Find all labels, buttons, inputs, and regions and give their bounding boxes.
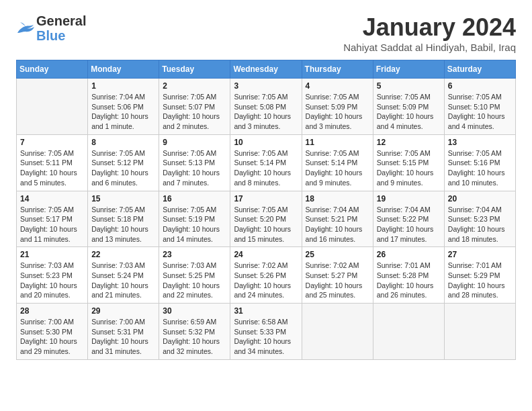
title-area: January 2024 Nahiyat Saddat al Hindiyah,…	[343, 13, 516, 53]
day-info: Sunrise: 7:01 AMSunset: 5:28 PMDaylight:…	[377, 261, 441, 300]
day-number: 21	[20, 250, 84, 259]
day-info: Sunrise: 7:02 AMSunset: 5:27 PMDaylight:…	[306, 261, 369, 300]
calendar-cell	[444, 304, 515, 360]
header-row: SundayMondayTuesdayWednesdayThursdayFrid…	[17, 60, 516, 79]
calendar-cell: 24Sunrise: 7:02 AMSunset: 5:26 PMDayligh…	[230, 247, 302, 304]
day-number: 14	[20, 194, 84, 203]
day-number: 28	[20, 306, 84, 316]
day-number: 3	[234, 81, 298, 91]
day-number: 25	[306, 250, 369, 259]
logo-bird-icon	[16, 21, 35, 36]
logo: General Blue	[16, 13, 86, 43]
day-info: Sunrise: 6:59 AMSunset: 5:32 PMDaylight:…	[163, 317, 226, 357]
calendar-cell: 16Sunrise: 7:05 AMSunset: 5:19 PMDayligh…	[159, 191, 230, 247]
day-number: 19	[377, 194, 441, 203]
day-number: 6	[448, 81, 512, 91]
calendar-cell: 20Sunrise: 7:04 AMSunset: 5:23 PMDayligh…	[444, 191, 515, 247]
day-number: 17	[234, 194, 298, 203]
calendar-cell	[17, 79, 88, 135]
day-info: Sunrise: 7:04 AMSunset: 5:23 PMDaylight:…	[448, 205, 512, 244]
day-info: Sunrise: 7:03 AMSunset: 5:25 PMDaylight:…	[163, 261, 226, 300]
day-number: 30	[163, 306, 226, 316]
day-number: 10	[234, 138, 298, 147]
calendar-cell: 30Sunrise: 6:59 AMSunset: 5:32 PMDayligh…	[159, 304, 230, 360]
page-container: General Blue January 2024 Nahiyat Saddat…	[16, 13, 516, 360]
day-number: 8	[91, 138, 155, 147]
day-info: Sunrise: 7:04 AMSunset: 5:06 PMDaylight:…	[91, 92, 155, 132]
calendar-cell: 10Sunrise: 7:05 AMSunset: 5:14 PMDayligh…	[230, 134, 302, 191]
day-info: Sunrise: 7:05 AMSunset: 5:12 PMDaylight:…	[91, 148, 155, 188]
day-number: 7	[20, 138, 84, 147]
day-number: 13	[448, 138, 512, 147]
day-number: 5	[377, 81, 441, 91]
day-info: Sunrise: 7:05 AMSunset: 5:07 PMDaylight:…	[163, 92, 226, 132]
day-info: Sunrise: 6:58 AMSunset: 5:33 PMDaylight:…	[234, 317, 298, 357]
calendar-cell: 18Sunrise: 7:04 AMSunset: 5:21 PMDayligh…	[302, 191, 373, 247]
day-number: 4	[306, 81, 369, 91]
day-info: Sunrise: 7:05 AMSunset: 5:10 PMDaylight:…	[448, 92, 512, 132]
day-info: Sunrise: 7:03 AMSunset: 5:24 PMDaylight:…	[91, 261, 155, 300]
header: General Blue January 2024 Nahiyat Saddat…	[16, 13, 516, 53]
calendar-cell: 2Sunrise: 7:05 AMSunset: 5:07 PMDaylight…	[159, 79, 230, 135]
day-info: Sunrise: 7:04 AMSunset: 5:22 PMDaylight:…	[377, 205, 441, 244]
day-info: Sunrise: 7:05 AMSunset: 5:15 PMDaylight:…	[377, 148, 441, 188]
day-number: 2	[163, 81, 226, 91]
calendar-cell: 19Sunrise: 7:04 AMSunset: 5:22 PMDayligh…	[373, 191, 444, 247]
calendar-cell: 22Sunrise: 7:03 AMSunset: 5:24 PMDayligh…	[88, 247, 159, 304]
day-info: Sunrise: 7:05 AMSunset: 5:14 PMDaylight:…	[306, 148, 369, 188]
header-tuesday: Tuesday	[159, 60, 230, 79]
calendar-cell: 12Sunrise: 7:05 AMSunset: 5:15 PMDayligh…	[373, 134, 444, 191]
calendar-cell: 1Sunrise: 7:04 AMSunset: 5:06 PMDaylight…	[88, 79, 159, 135]
week-row-1: 1Sunrise: 7:04 AMSunset: 5:06 PMDaylight…	[17, 79, 516, 135]
day-info: Sunrise: 7:03 AMSunset: 5:23 PMDaylight:…	[20, 261, 84, 300]
calendar-cell: 23Sunrise: 7:03 AMSunset: 5:25 PMDayligh…	[159, 247, 230, 304]
day-number: 22	[91, 250, 155, 259]
calendar-cell: 3Sunrise: 7:05 AMSunset: 5:08 PMDaylight…	[230, 79, 302, 135]
day-info: Sunrise: 7:05 AMSunset: 5:16 PMDaylight:…	[448, 148, 512, 188]
calendar-cell	[373, 304, 444, 360]
day-info: Sunrise: 7:05 AMSunset: 5:08 PMDaylight:…	[234, 92, 298, 132]
header-friday: Friday	[373, 60, 444, 79]
day-number: 26	[377, 250, 441, 259]
day-number: 23	[163, 250, 226, 259]
day-info: Sunrise: 7:01 AMSunset: 5:29 PMDaylight:…	[448, 261, 512, 300]
week-row-2: 7Sunrise: 7:05 AMSunset: 5:11 PMDaylight…	[17, 134, 516, 191]
calendar-cell: 14Sunrise: 7:05 AMSunset: 5:17 PMDayligh…	[17, 191, 88, 247]
calendar-cell: 28Sunrise: 7:00 AMSunset: 5:30 PMDayligh…	[17, 304, 88, 360]
calendar-cell: 4Sunrise: 7:05 AMSunset: 5:09 PMDaylight…	[302, 79, 373, 135]
day-number: 27	[448, 250, 512, 259]
calendar-cell: 11Sunrise: 7:05 AMSunset: 5:14 PMDayligh…	[302, 134, 373, 191]
day-number: 18	[306, 194, 369, 203]
week-row-4: 21Sunrise: 7:03 AMSunset: 5:23 PMDayligh…	[17, 247, 516, 304]
day-info: Sunrise: 7:04 AMSunset: 5:21 PMDaylight:…	[306, 205, 369, 244]
week-row-3: 14Sunrise: 7:05 AMSunset: 5:17 PMDayligh…	[17, 191, 516, 247]
calendar-header: SundayMondayTuesdayWednesdayThursdayFrid…	[17, 60, 516, 79]
header-wednesday: Wednesday	[230, 60, 302, 79]
calendar-body: 1Sunrise: 7:04 AMSunset: 5:06 PMDaylight…	[17, 79, 516, 360]
logo-blue: Blue	[36, 28, 65, 43]
day-info: Sunrise: 7:05 AMSunset: 5:18 PMDaylight:…	[91, 205, 155, 244]
logo-general: General	[36, 13, 86, 28]
header-thursday: Thursday	[302, 60, 373, 79]
day-number: 20	[448, 194, 512, 203]
calendar-subtitle: Nahiyat Saddat al Hindiyah, Babil, Iraq	[343, 42, 516, 53]
day-number: 9	[163, 138, 226, 147]
calendar-cell: 31Sunrise: 6:58 AMSunset: 5:33 PMDayligh…	[230, 304, 302, 360]
day-info: Sunrise: 7:02 AMSunset: 5:26 PMDaylight:…	[234, 261, 298, 300]
calendar-cell: 13Sunrise: 7:05 AMSunset: 5:16 PMDayligh…	[444, 134, 515, 191]
calendar-cell: 6Sunrise: 7:05 AMSunset: 5:10 PMDaylight…	[444, 79, 515, 135]
day-info: Sunrise: 7:05 AMSunset: 5:19 PMDaylight:…	[163, 205, 226, 244]
day-number: 16	[163, 194, 226, 203]
day-info: Sunrise: 7:00 AMSunset: 5:30 PMDaylight:…	[20, 317, 84, 357]
calendar-cell: 7Sunrise: 7:05 AMSunset: 5:11 PMDaylight…	[17, 134, 88, 191]
calendar-cell: 27Sunrise: 7:01 AMSunset: 5:29 PMDayligh…	[444, 247, 515, 304]
day-number: 24	[234, 250, 298, 259]
day-info: Sunrise: 7:05 AMSunset: 5:09 PMDaylight:…	[377, 92, 441, 132]
day-number: 29	[91, 306, 155, 316]
day-number: 12	[377, 138, 441, 147]
week-row-5: 28Sunrise: 7:00 AMSunset: 5:30 PMDayligh…	[17, 304, 516, 360]
calendar-cell: 25Sunrise: 7:02 AMSunset: 5:27 PMDayligh…	[302, 247, 373, 304]
day-info: Sunrise: 7:00 AMSunset: 5:31 PMDaylight:…	[91, 317, 155, 357]
calendar-cell	[302, 304, 373, 360]
calendar-cell: 21Sunrise: 7:03 AMSunset: 5:23 PMDayligh…	[17, 247, 88, 304]
